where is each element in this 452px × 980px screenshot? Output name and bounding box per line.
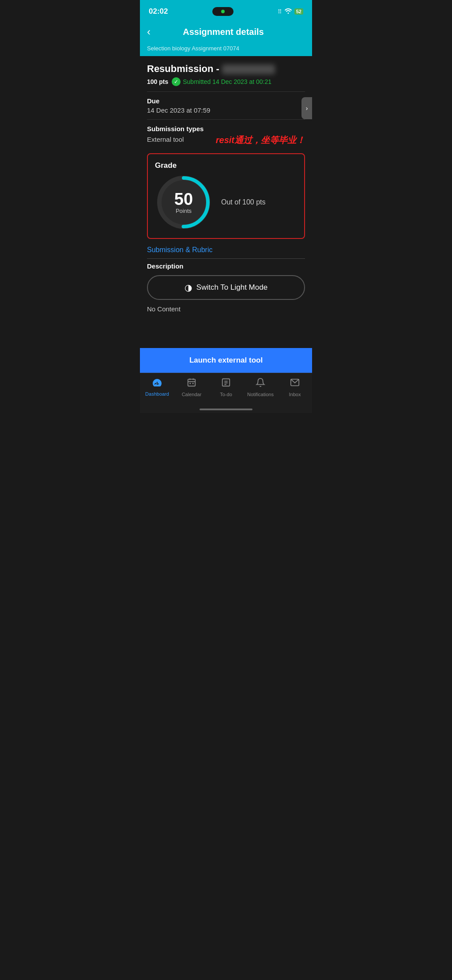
spacer-3 [147,339,305,348]
grade-title: Grade [155,161,266,170]
divider-1 [147,91,305,92]
submission-type: External tool [147,136,184,143]
header: ‹ Assignment details [140,22,312,43]
submission-rubric-link[interactable]: Submission & Rubric [147,246,305,254]
assignment-title: Resubmission - [147,63,305,75]
nav-item-calendar[interactable]: Calendar [178,378,205,397]
calendar-label: Calendar [182,392,202,397]
due-section: Due 14 Dec 2023 at 07:59 [147,97,305,114]
status-bar: 02:02 ⠿ 52 [140,0,312,22]
divider-2 [147,119,305,120]
grade-value: 50 [174,191,193,208]
status-time: 02:02 [149,7,168,16]
home-indicator [140,406,312,413]
dynamic-island [212,7,234,16]
spacer-2 [147,330,305,339]
submitted-badge: ✓ Submitted 14 Dec 2023 at 00:21 [172,77,271,86]
nav-item-notifications[interactable]: Notifications [247,378,274,397]
points-badge: 100 pts [147,78,168,85]
svg-rect-2 [188,379,196,386]
submission-types-section: Submission types External tool resit通过，坐… [147,125,305,146]
half-circle-icon: ◑ [185,282,192,293]
nav-item-todo[interactable]: To-do [213,378,239,397]
back-button[interactable]: ‹ [147,26,151,37]
svg-rect-6 [189,383,191,384]
grade-circle: 50 Points [155,174,212,231]
no-content-label: No Content [147,305,305,313]
activity-dot [221,10,225,13]
due-date: 14 Dec 2023 at 07:59 [147,106,305,114]
dashboard-icon [152,378,162,390]
notifications-label: Notifications [247,392,274,397]
student-name-blurred [222,64,275,74]
chevron-right-icon: › [306,105,308,112]
calendar-icon [187,378,196,390]
status-icons: ⠿ 52 [278,8,303,15]
launch-external-tool-button[interactable]: Launch external tool [140,348,312,373]
notifications-icon [256,378,265,390]
dashboard-label: Dashboard [145,391,169,397]
todo-icon [221,378,231,390]
due-label: Due [147,97,305,105]
wifi-icon [285,8,292,15]
page-title: Assignment details [155,27,292,37]
home-bar [200,409,252,410]
bottom-nav: Dashboard Calendar To-do [140,373,312,406]
main-content: Resubmission - 100 pts ✓ Submitted 14 De… [140,56,312,348]
inbox-icon [290,378,300,390]
breadcrumb: Selection biology Assignment 07074 [140,43,312,56]
grade-out-of: Out of 100 pts [221,198,266,206]
submitted-text: Submitted 14 Dec 2023 at 00:21 [183,78,271,85]
check-icon: ✓ [172,77,181,86]
grade-section: Grade 50 Points Out of 100 pts [147,153,305,239]
signal-icon: ⠿ [278,8,282,15]
spacer [147,322,305,330]
assignment-meta: 100 pts ✓ Submitted 14 Dec 2023 at 00:21 [147,77,305,86]
sidebar-handle[interactable]: › [301,97,312,119]
submission-types-label: Submission types [147,125,305,132]
todo-label: To-do [220,392,232,397]
svg-rect-7 [192,383,194,384]
grade-unit: Points [174,208,193,214]
description-label: Description [147,262,305,270]
grade-inner: 50 Points [174,191,193,214]
nav-item-dashboard[interactable]: Dashboard [144,378,170,397]
inbox-label: Inbox [289,392,301,397]
nav-item-inbox[interactable]: Inbox [282,378,308,397]
battery-level: 52 [294,8,303,15]
red-annotation: resit通过，坐等毕业！ [216,134,305,146]
switch-mode-button[interactable]: ◑ Switch To Light Mode [147,275,305,300]
divider-3 [147,258,305,259]
